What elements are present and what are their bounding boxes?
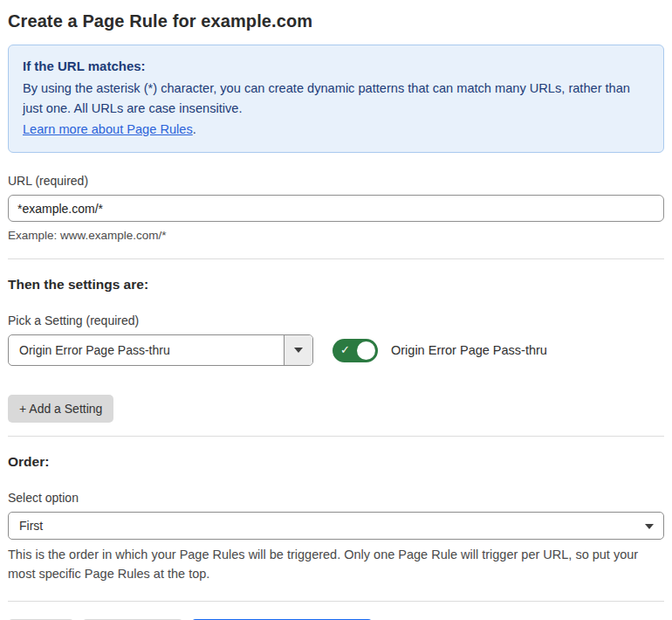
setting-select-value: Origin Error Page Pass-thru [9,335,284,365]
divider [8,258,664,259]
order-section-heading: Order: [8,454,664,470]
setting-toggle[interactable]: ✓ [333,339,378,362]
chevron-down-icon [294,348,303,353]
info-box-link-line: Learn more about Page Rules. [23,120,649,140]
page-title: Create a Page Rule for example.com [8,11,664,31]
add-setting-button[interactable]: + Add a Setting [8,395,113,423]
learn-more-link[interactable]: Learn more about Page Rules [23,122,193,136]
link-suffix: . [193,122,196,136]
divider [8,601,664,602]
order-select-label: Select option [8,491,664,505]
order-select[interactable]: First [8,512,664,540]
toggle-knob [357,341,375,360]
setting-row: Origin Error Page Pass-thru ✓ Origin Err… [8,334,664,366]
page-rule-form: Create a Page Rule for example.com If th… [0,0,672,620]
order-helper-text: This is the order in which your Page Rul… [8,546,664,584]
url-input[interactable] [8,195,664,222]
setting-select-arrow-button[interactable] [284,335,312,365]
info-box-body: By using the asterisk (*) character, you… [23,79,649,120]
pick-setting-label: Pick a Setting (required) [8,313,664,327]
url-field-label: URL (required) [8,174,664,188]
info-box-heading: If the URL matches: [23,56,649,77]
setting-select[interactable]: Origin Error Page Pass-thru [8,334,313,366]
url-example-helper: Example: www.example.com/* [8,229,664,242]
chevron-down-icon [645,524,654,529]
setting-toggle-label: Origin Error Page Pass-thru [391,343,547,357]
settings-section-heading: Then the settings are: [8,277,664,293]
check-icon: ✓ [340,344,350,355]
order-select-value: First [19,519,43,533]
url-match-info-box: If the URL matches: By using the asteris… [8,45,664,153]
divider [8,436,664,437]
